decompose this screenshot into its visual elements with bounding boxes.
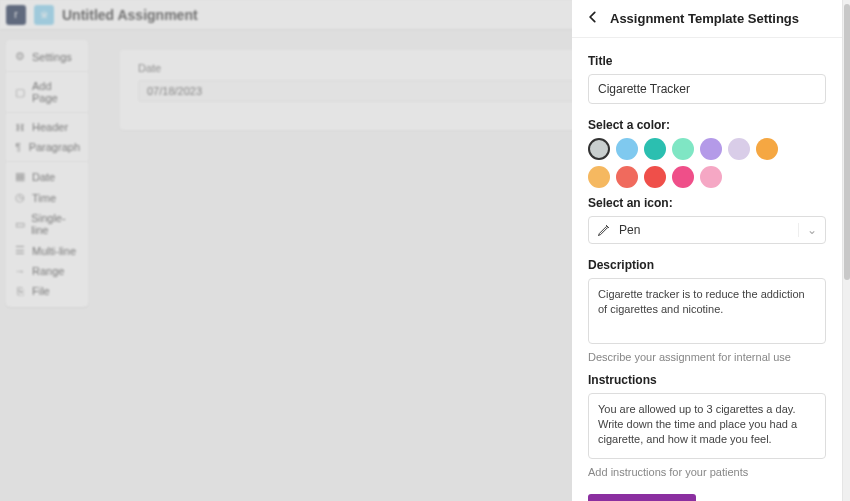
save-draft-button[interactable]: SAVE DRAFT — [588, 494, 696, 501]
description-helper: Describe your assignment for internal us… — [588, 351, 826, 363]
app-secondary-icon: ※ — [34, 5, 54, 25]
toolbox-label: Header — [32, 121, 68, 133]
color-swatch[interactable] — [672, 166, 694, 188]
chevron-down-icon: ⌄ — [798, 223, 817, 237]
toolbox-multi-line[interactable]: ☰Multi-line — [6, 240, 88, 261]
icon-select-value: Pen — [619, 223, 640, 237]
toolbox-header[interactable]: HHeader — [6, 117, 88, 137]
color-swatch[interactable] — [756, 138, 778, 160]
header-icon: H — [14, 121, 26, 133]
canvas-date-label: Date — [138, 62, 590, 74]
toolbox-label: Settings — [32, 51, 72, 63]
instructions-label: Instructions — [588, 373, 826, 387]
color-label: Select a color: — [588, 118, 826, 132]
left-toolbox: ⚙Settings ▢Add Page HHeader ¶Paragraph ▦… — [6, 40, 88, 307]
toolbox-paragraph[interactable]: ¶Paragraph — [6, 137, 88, 157]
settings-panel: Assignment Template Settings Title Selec… — [572, 0, 850, 501]
toolbox-date[interactable]: ▦Date — [6, 166, 88, 187]
instructions-helper: Add instructions for your patients — [588, 466, 826, 478]
color-swatch[interactable] — [616, 166, 638, 188]
title-input[interactable] — [588, 74, 826, 104]
toolbox-time[interactable]: ◷Time — [6, 187, 88, 208]
pen-icon — [597, 223, 611, 237]
toolbox-label: Single-line — [31, 212, 80, 236]
panel-title: Assignment Template Settings — [610, 11, 799, 26]
paragraph-icon: ¶ — [14, 141, 23, 153]
panel-scrollbar[interactable] — [842, 0, 850, 501]
clock-icon: ◷ — [14, 191, 26, 204]
toolbox-label: Range — [32, 265, 64, 277]
color-swatch[interactable] — [644, 166, 666, 188]
canvas-date-value: 07/18/2023 — [138, 80, 590, 102]
toolbox-label: Time — [32, 192, 56, 204]
color-swatch[interactable] — [672, 138, 694, 160]
gear-icon: ⚙ — [14, 50, 26, 63]
toolbox-label: File — [32, 285, 50, 297]
toolbox-label: Paragraph — [29, 141, 80, 153]
toolbox-file[interactable]: ⎘File — [6, 281, 88, 301]
description-label: Description — [588, 258, 826, 272]
title-label: Title — [588, 54, 826, 68]
panel-header: Assignment Template Settings — [572, 0, 842, 38]
color-swatch[interactable] — [700, 138, 722, 160]
description-textarea[interactable] — [588, 278, 826, 344]
toolbox-single-line[interactable]: ▭Single-line — [6, 208, 88, 240]
scrollbar-thumb[interactable] — [844, 4, 850, 280]
chevron-left-icon — [586, 10, 600, 24]
toolbox-settings[interactable]: ⚙Settings — [6, 46, 88, 67]
icon-label: Select an icon: — [588, 196, 826, 210]
icon-select[interactable]: Pen ⌄ — [588, 216, 826, 244]
page-title: Untitled Assignment — [62, 7, 198, 23]
page-icon: ▢ — [14, 86, 26, 99]
back-button[interactable] — [586, 10, 600, 27]
toolbox-add-page[interactable]: ▢Add Page — [6, 76, 88, 108]
color-swatch[interactable] — [728, 138, 750, 160]
toolbox-label: Add Page — [32, 80, 80, 104]
toolbox-label: Date — [32, 171, 55, 183]
instructions-textarea[interactable] — [588, 393, 826, 459]
color-swatch[interactable] — [700, 166, 722, 188]
color-swatch[interactable] — [588, 166, 610, 188]
multiline-icon: ☰ — [14, 244, 26, 257]
attachment-icon: ⎘ — [14, 285, 26, 297]
color-swatch[interactable] — [644, 138, 666, 160]
toolbox-range[interactable]: →Range — [6, 261, 88, 281]
color-swatch-row — [588, 138, 788, 188]
color-swatch[interactable] — [588, 138, 610, 160]
calendar-icon: ▦ — [14, 170, 26, 183]
color-swatch[interactable] — [616, 138, 638, 160]
singleline-icon: ▭ — [14, 218, 25, 231]
range-icon: → — [14, 265, 26, 277]
toolbox-label: Multi-line — [32, 245, 76, 257]
app-logo: r — [6, 5, 26, 25]
